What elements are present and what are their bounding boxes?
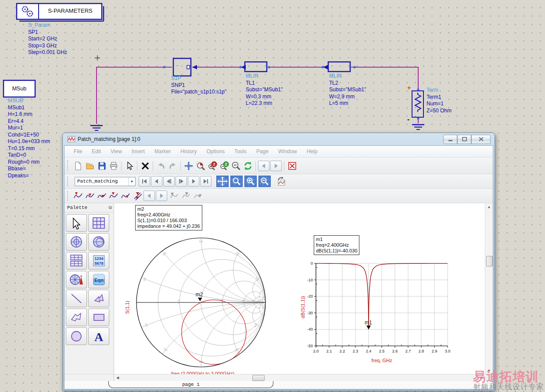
delete-button[interactable] xyxy=(139,160,151,172)
menu-file[interactable]: File xyxy=(69,148,87,155)
msub-annotation[interactable]: MSUB MSub1 H=1.6 mm Er=4.4 Mur=1 Cond=1E… xyxy=(8,97,50,179)
next-step-button[interactable] xyxy=(176,176,187,187)
svg-text:m2: m2 xyxy=(196,291,203,298)
scroll-up-arrow[interactable]: ▲ xyxy=(485,203,493,210)
vertical-scrollbar[interactable]: ▲ ▼ xyxy=(485,203,493,374)
tl2-annotation[interactable]: MLIN TL2 Subst="MSub1" W=2.9 mm L=5 mm xyxy=(329,73,366,107)
close-window-button[interactable] xyxy=(286,160,298,172)
palette-equation-button[interactable]: Eqn xyxy=(88,271,109,288)
palette-antenna-plot-button[interactable] xyxy=(66,271,87,288)
palette-list-plot-button[interactable]: 12345678 xyxy=(88,252,109,270)
new-document-button[interactable] xyxy=(72,160,84,172)
menu-marker[interactable]: Marker xyxy=(150,148,176,155)
page-tab[interactable]: page 1 xyxy=(108,381,273,388)
refresh-button[interactable] xyxy=(242,160,254,172)
marker-delta-button[interactable] xyxy=(96,190,108,202)
marker-valley-button[interactable] xyxy=(84,190,96,202)
pointer-button[interactable] xyxy=(123,160,135,172)
msub-box-label[interactable]: MSub xyxy=(4,86,35,92)
marker-min-button[interactable] xyxy=(119,190,131,202)
maximize-button[interactable] xyxy=(457,135,471,144)
palette-rect-plot-button[interactable] xyxy=(88,214,109,232)
marker-peak-button[interactable] xyxy=(108,190,119,202)
zoom-out-grid-button[interactable] xyxy=(258,176,271,187)
zoom-in-grid-button[interactable] xyxy=(244,176,257,187)
save-button[interactable] xyxy=(96,160,108,172)
marker-off-2-button[interactable] xyxy=(179,190,191,202)
svg-text:2.0: 2.0 xyxy=(234,347,239,352)
svg-text:0.2: 0.2 xyxy=(143,277,147,281)
palette-text-button[interactable]: A xyxy=(88,327,109,345)
toolbar-grip[interactable] xyxy=(67,160,70,172)
palette-arrow-button[interactable] xyxy=(88,290,109,307)
sparam-header-label[interactable]: S-PARAMETERS xyxy=(40,7,100,14)
menu-options[interactable]: Options xyxy=(202,148,229,155)
zoom-out-2x-button[interactable]: 2 xyxy=(218,160,230,172)
menu-view[interactable]: View xyxy=(106,148,127,155)
save-icon xyxy=(97,161,107,171)
zoom-in-2x-button[interactable]: 2 xyxy=(206,160,218,172)
menu-edit[interactable]: Edit xyxy=(87,148,106,155)
s1p-annotation[interactable]: S1P SNP1 File="patch_s1p10.s1p" xyxy=(171,75,226,96)
palette-smith-chart-button[interactable] xyxy=(88,233,109,251)
page-back-button[interactable] xyxy=(258,161,269,171)
prev-step-button[interactable] xyxy=(163,176,175,187)
page-forward-button[interactable] xyxy=(270,161,282,171)
pan-view-button[interactable] xyxy=(183,160,194,172)
undo-button[interactable] xyxy=(155,160,167,172)
last-page-button[interactable] xyxy=(200,176,212,187)
undock-icon[interactable]: ⧉ xyxy=(109,205,112,210)
palette-rectangle-button[interactable] xyxy=(88,309,109,326)
menu-window[interactable]: Window xyxy=(273,148,302,155)
sparam-annotation[interactable]: S_Param SP1 Start=2 GHz Stop=3 GHz Step=… xyxy=(28,22,67,56)
minimize-button[interactable] xyxy=(443,135,457,144)
marker-off-1-button[interactable] xyxy=(168,190,179,202)
close-button[interactable] xyxy=(471,135,491,144)
zoom-out-button[interactable] xyxy=(230,160,242,172)
print-button[interactable] xyxy=(108,160,119,172)
marker-back-button[interactable] xyxy=(143,191,155,201)
zoom-area-button[interactable] xyxy=(194,160,206,172)
tl1-annotation[interactable]: MLIN TL1 Subst="MSub1" W=0.3 mm L=22.3 m… xyxy=(246,73,283,107)
zoom-area-grid-button[interactable] xyxy=(230,176,243,187)
marker-forward-button[interactable] xyxy=(156,191,167,201)
marker-slope-button[interactable] xyxy=(131,190,143,202)
palette-polar-plot-button[interactable] xyxy=(66,233,87,251)
palette-pointer-button[interactable] xyxy=(66,214,87,232)
toolbar-grip[interactable] xyxy=(67,176,70,186)
menu-page[interactable]: Page xyxy=(251,148,273,155)
scroll-left-arrow[interactable]: ◀ xyxy=(114,374,121,381)
marker-slope-icon xyxy=(133,191,142,201)
title-bar[interactable]: Patch_matching [page 1]:0 xyxy=(64,133,493,145)
toolbar-grip[interactable] xyxy=(67,191,70,201)
m2-readout-box[interactable]: m2 freq=2.400GHz S(1,1)=0.010 / 166.003 … xyxy=(135,205,202,230)
dataset-combobox[interactable]: Patch_matching ▼ xyxy=(75,177,136,186)
horizontal-scroll-thumb[interactable] xyxy=(252,375,265,381)
menu-help[interactable]: Help xyxy=(302,148,323,155)
pan-grid-button[interactable] xyxy=(216,176,229,187)
reset-view-button[interactable] xyxy=(275,176,287,187)
menu-tools[interactable]: Tools xyxy=(229,148,251,155)
m1-readout-box[interactable]: m1 freq=2.400GHz dB(S(1,1))=-40.030 xyxy=(314,235,359,255)
marker-off-3-button[interactable] xyxy=(191,190,203,202)
palette-circle-icon xyxy=(68,329,85,343)
palette-stacked-plot-button[interactable] xyxy=(66,252,87,270)
svg-text:2: 2 xyxy=(225,162,227,166)
svg-text:2.0: 2.0 xyxy=(313,349,319,353)
db-xaxis-label: freq, GHz xyxy=(360,358,404,363)
menu-history[interactable]: History xyxy=(176,148,201,155)
menu-insert[interactable]: Insert xyxy=(127,148,150,155)
prev-page-button[interactable] xyxy=(151,176,162,187)
first-page-button[interactable] xyxy=(139,176,150,187)
vertical-scroll-thumb[interactable] xyxy=(486,256,493,266)
open-folder-button[interactable] xyxy=(84,160,96,172)
palette-polygon-arrow-button[interactable] xyxy=(66,309,87,326)
next-page-button[interactable] xyxy=(188,176,199,187)
svg-text:-30: -30 xyxy=(307,311,313,315)
term-annotation[interactable]: Term Term1 Num=1 Z=50 Ohm xyxy=(427,87,452,114)
horizontal-scrollbar[interactable]: ◀ ▶ xyxy=(114,374,485,381)
palette-circle-button[interactable] xyxy=(66,327,87,345)
marker-normal-button[interactable] xyxy=(72,190,84,202)
redo-button[interactable] xyxy=(167,160,179,172)
palette-line-button[interactable] xyxy=(66,290,87,307)
